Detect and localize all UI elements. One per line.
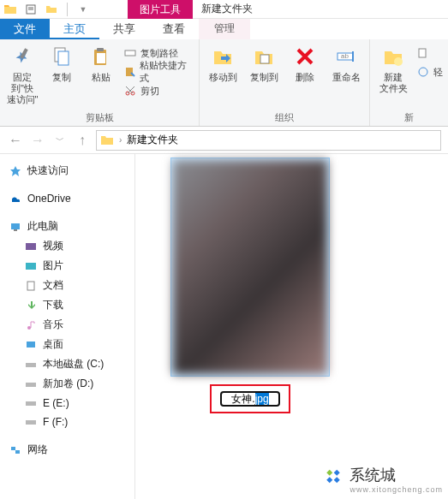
navigation-pane: 快速访问 OneDrive 此电脑 视频 图片 文档 下载 音乐 桌面 本地磁盘… xyxy=(0,154,135,499)
svg-rect-20 xyxy=(11,223,20,229)
drive-icon xyxy=(24,396,38,410)
qat-customize-dropdown[interactable]: ▼ xyxy=(74,2,93,17)
svg-rect-31 xyxy=(11,447,15,450)
copy-to-icon xyxy=(250,43,278,70)
svg-rect-22 xyxy=(26,243,36,250)
svg-rect-23 xyxy=(26,263,36,270)
documents-icon xyxy=(24,279,38,293)
drive-icon xyxy=(24,358,38,371)
group-label-clipboard: 剪贴板 xyxy=(86,110,114,126)
tab-share[interactable]: 共享 xyxy=(99,19,149,39)
nav-recent-dropdown[interactable]: ﹀ xyxy=(51,134,69,146)
tab-view[interactable]: 查看 xyxy=(149,19,199,39)
contextual-tab-label: 图片工具 xyxy=(128,0,193,19)
svg-rect-5 xyxy=(58,51,69,65)
rename-icon: ab xyxy=(332,43,360,70)
tab-manage[interactable]: 管理 xyxy=(199,19,250,39)
window-title: 新建文件夹 xyxy=(201,2,253,16)
cut-button[interactable]: 剪切 xyxy=(123,82,194,99)
paste-button[interactable]: 粘贴 xyxy=(84,43,118,83)
copy-path-icon xyxy=(123,46,137,60)
pin-quick-access-button[interactable]: 固定到"快 速访问" xyxy=(5,43,39,105)
watermark: 系统城 www.xitongcheng.com xyxy=(322,465,443,494)
file-pane[interactable] xyxy=(135,154,448,499)
group-label-organize: 组织 xyxy=(275,110,294,126)
nav-music[interactable]: 音乐 xyxy=(5,315,134,335)
rename-input[interactable] xyxy=(220,391,280,407)
paste-shortcut-icon xyxy=(123,65,136,79)
rename-button[interactable]: ab 重命名 xyxy=(328,43,364,83)
pin-icon xyxy=(9,43,36,70)
svg-rect-10 xyxy=(126,68,133,76)
titlebar: ▼ 图片工具 新建文件夹 xyxy=(0,0,448,19)
nav-pictures[interactable]: 图片 xyxy=(5,256,134,276)
drive-icon xyxy=(24,377,38,391)
watermark-url: www.xitongcheng.com xyxy=(349,485,443,494)
svg-rect-34 xyxy=(334,477,340,483)
file-thumbnail xyxy=(173,160,327,374)
new-item-icon xyxy=(416,46,430,60)
move-to-icon xyxy=(209,43,236,70)
copy-to-button[interactable]: 复制到 xyxy=(246,43,282,83)
downloads-icon xyxy=(24,299,38,312)
rename-highlight-box xyxy=(210,384,290,413)
svg-rect-28 xyxy=(26,383,36,387)
folder-icon xyxy=(100,134,114,147)
paste-shortcut-button[interactable]: 粘贴快捷方式 xyxy=(123,63,194,80)
easy-access-icon xyxy=(416,65,430,79)
nav-forward-button[interactable]: → xyxy=(29,133,46,148)
nav-documents[interactable]: 文档 xyxy=(5,276,134,295)
videos-icon xyxy=(24,240,38,253)
new-item-button[interactable] xyxy=(416,45,443,62)
nav-onedrive[interactable]: OneDrive xyxy=(5,189,134,208)
delete-icon xyxy=(291,43,319,70)
svg-point-17 xyxy=(394,57,403,66)
copy-button[interactable]: 复制 xyxy=(45,43,79,83)
watermark-logo-icon xyxy=(322,468,344,490)
nav-downloads[interactable]: 下载 xyxy=(5,295,134,315)
svg-rect-21 xyxy=(14,229,17,231)
content-area: 快速访问 OneDrive 此电脑 视频 图片 文档 下载 音乐 桌面 本地磁盘… xyxy=(0,154,448,499)
qat-properties-icon[interactable] xyxy=(21,2,40,17)
file-item[interactable] xyxy=(170,157,330,377)
nav-videos[interactable]: 视频 xyxy=(5,236,134,256)
nav-back-button[interactable]: ← xyxy=(7,133,24,148)
ribbon-group-new: 新建 文件夹 轻 新 xyxy=(370,39,448,126)
svg-rect-13 xyxy=(260,55,269,63)
svg-rect-29 xyxy=(26,401,36,406)
svg-text:ab: ab xyxy=(341,52,349,60)
nav-drive-f[interactable]: F (F:) xyxy=(5,413,134,431)
move-to-button[interactable]: 移动到 xyxy=(205,43,241,83)
group-label-new: 新 xyxy=(404,110,414,126)
divider xyxy=(67,3,68,16)
chevron-right-icon[interactable]: › xyxy=(119,135,122,145)
address-bar[interactable]: › 新建文件夹 xyxy=(96,130,441,151)
navigation-bar: ← → ﹀ ↑ › 新建文件夹 xyxy=(0,127,448,154)
desktop-icon xyxy=(24,338,38,352)
address-segment[interactable]: 新建文件夹 xyxy=(127,133,178,147)
svg-rect-9 xyxy=(125,50,135,56)
tab-home[interactable]: 主页 xyxy=(50,19,99,39)
nav-drive-e[interactable]: E (E:) xyxy=(5,394,134,413)
tab-file[interactable]: 文件 xyxy=(0,19,50,39)
nav-drive-d[interactable]: 新加卷 (D:) xyxy=(5,374,134,394)
nav-this-pc[interactable]: 此电脑 xyxy=(5,217,134,236)
watermark-brand: 系统城 xyxy=(349,465,443,485)
svg-rect-32 xyxy=(15,450,20,454)
nav-network[interactable]: 网络 xyxy=(5,440,134,460)
qat-new-folder-icon[interactable] xyxy=(42,2,61,17)
tabstrip: 文件 主页 共享 查看 管理 xyxy=(0,19,448,39)
delete-button[interactable]: 删除 xyxy=(287,43,323,83)
new-folder-button[interactable]: 新建 文件夹 xyxy=(375,43,411,94)
nav-quick-access[interactable]: 快速访问 xyxy=(5,161,134,181)
svg-rect-33 xyxy=(334,470,340,476)
easy-access-button[interactable]: 轻 xyxy=(416,63,443,80)
pc-icon xyxy=(9,220,22,234)
nav-up-button[interactable]: ↑ xyxy=(74,133,91,148)
ribbon: 固定到"快 速访问" 复制 粘贴 复制路径 xyxy=(0,39,448,127)
nav-desktop[interactable]: 桌面 xyxy=(5,335,134,354)
nav-drive-c[interactable]: 本地磁盘 (C:) xyxy=(5,354,134,374)
star-icon xyxy=(9,164,22,178)
pictures-icon xyxy=(24,259,38,273)
network-icon xyxy=(9,443,22,457)
